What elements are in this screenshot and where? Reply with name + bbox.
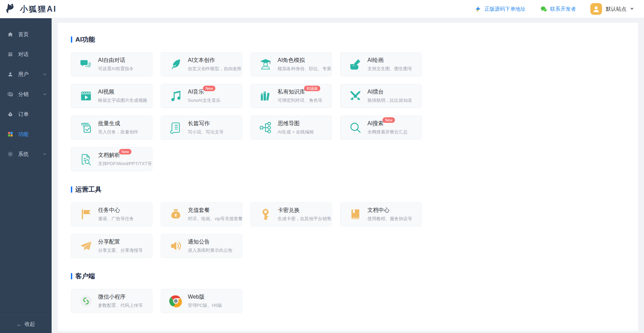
chevron-down-icon	[630, 8, 634, 10]
feature-card-announcement[interactable]: 通知公告进入系统时展示此公告	[161, 234, 242, 258]
section-title: 运营工具	[71, 185, 624, 194]
section-ops-tools: 运营工具任务中心邀请、广告等任务¥充值套餐对话、绘画、vip等充值套餐卡密兑换生…	[71, 185, 624, 258]
card-desc: 管理PC版、H5版	[188, 302, 222, 309]
card-title: AI视频	[98, 88, 114, 96]
feature-card-card-redeem[interactable]: 卡密兑换生成卡密，在其他平台销售	[250, 202, 332, 226]
link-contact-developer[interactable]: 联系开发者	[540, 6, 576, 13]
feature-card-long-writing[interactable]: 长篇写作写小说、写论文等	[161, 116, 242, 140]
magnifier-icon	[349, 121, 362, 134]
feature-card-recharge-packages[interactable]: ¥充值套餐对话、绘画、vip等充值套餐	[161, 202, 242, 226]
sections: AI功能AI自由对话可设置AI前置指令AI文本创作自定义创作模型，自由发挥AI角…	[71, 35, 624, 313]
chrome-web-icon	[169, 294, 182, 308]
feature-card-task-center[interactable]: 任务中心邀请、广告等任务	[71, 202, 152, 226]
key-icon	[259, 208, 272, 221]
feature-card-ai-music[interactable]: AI音乐NewSunoAI文生音乐	[161, 84, 242, 108]
card-desc: 导入任务，批量创作	[98, 129, 138, 135]
card-text: AI音乐NewSunoAI文生音乐	[188, 88, 221, 104]
fox-logo-icon	[4, 2, 17, 15]
sidebar-item-chat[interactable]: 对话	[0, 44, 52, 64]
collapse-sidebar-button[interactable]: ← 收起	[0, 315, 52, 333]
section-title-bar	[71, 273, 72, 279]
card-desc: 支持PDF/Word/PPT/TXT等	[98, 161, 148, 167]
gear-icon	[7, 151, 13, 157]
feature-card-ai-text-creation[interactable]: AI文本创作自定义创作模型，自由发挥	[161, 52, 242, 76]
speaker-icon	[169, 239, 182, 253]
card-desc: SunoAI文生音乐	[188, 97, 221, 104]
feature-card-knowledge-base[interactable]: 私有知识库初级版可绑定到对话、角色等	[250, 84, 332, 108]
feature-card-doc-parse[interactable]: 文档解析New支持PDF/Word/PPT/TXT等	[71, 147, 152, 171]
distribution-icon	[7, 91, 13, 97]
sidebar-item-orders[interactable]: 订单	[0, 104, 52, 124]
section-clients: 客户端微信小程序参数配置、代码上传等Web版管理PC版、H5版	[71, 272, 624, 313]
paper-plane-icon	[79, 239, 93, 253]
link-label: 正版源码下单地址	[484, 6, 526, 12]
feature-card-web-version[interactable]: Web版管理PC版、H5版	[161, 289, 242, 313]
section-title: 客户端	[71, 272, 624, 281]
batch-check-icon	[79, 121, 93, 134]
card-text: 通知公告进入系统时展示此公告	[188, 238, 233, 254]
sidebar-menu: 首页对话用户分销订单功能系统	[0, 18, 52, 164]
card-text: 微信小程序参数配置、代码上传等	[98, 293, 143, 309]
scroll-doc-icon	[169, 121, 182, 134]
card-title: 充值套餐	[188, 207, 210, 214]
paint-brush-icon	[349, 58, 362, 71]
card-desc: 邀请、广告等任务	[98, 216, 134, 222]
card-title: 批量生成	[98, 120, 120, 127]
sidebar-item-distribution[interactable]: 分销	[0, 84, 52, 104]
card-text: AI擂台孰强孰弱，比比就知道	[367, 88, 412, 104]
feature-card-ai-search[interactable]: AI搜索New全网搜索并整合汇总	[340, 116, 422, 140]
feature-card-mind-map[interactable]: 思维导图AI生成 + 在线编辑	[250, 116, 332, 140]
card-text: 批量生成导入任务，批量创作	[98, 120, 138, 135]
sidebar-item-system[interactable]: 系统	[0, 144, 52, 164]
sidebar-item-label: 对话	[18, 51, 47, 58]
card-title: AI擂台	[367, 88, 384, 96]
feature-card-batch-generate[interactable]: 批量生成导入任务，批量创作	[71, 116, 152, 140]
card-text: 私有知识库初级版可绑定到对话、角色等	[278, 88, 322, 104]
sidebar-item-label: 订单	[18, 111, 47, 118]
card-title: 分享配置	[98, 238, 120, 246]
card-title: 文档解析	[98, 152, 120, 159]
sidebar-item-features[interactable]: 功能	[0, 124, 52, 144]
moneybag-small-icon	[7, 111, 13, 117]
card-text: 任务中心邀请、广告等任务	[98, 207, 134, 222]
feature-card-ai-free-chat[interactable]: AI自由对话可设置AI前置指令	[71, 52, 152, 76]
svg-text:¥: ¥	[175, 213, 177, 218]
card-title: AI自由对话	[98, 57, 125, 64]
card-title: AI绘画	[367, 57, 384, 64]
section-ai-features: AI功能AI自由对话可设置AI前置指令AI文本创作自定义创作模型，自由发挥AI角…	[71, 35, 624, 171]
card-title: AI音乐	[188, 88, 204, 96]
card-desc: 使用教程、服务协议等	[367, 216, 412, 222]
sidebar-item-users[interactable]: 用户	[0, 64, 52, 84]
card-title: Web版	[188, 293, 205, 301]
card-text: 文档解析New支持PDF/Word/PPT/TXT等	[98, 152, 148, 167]
link-label: 联系开发者	[550, 6, 576, 12]
card-text: 思维导图AI生成 + 在线编辑	[278, 120, 314, 135]
features-grid-icon	[7, 131, 13, 137]
sidebar-item-label: 系统	[18, 151, 43, 158]
feature-card-ai-painting[interactable]: AI绘画支持文生图、图生图等	[340, 52, 422, 76]
section-title-text: 运营工具	[75, 185, 101, 194]
link-source-order[interactable]: 正版源码下单地址	[474, 6, 526, 13]
site-switcher[interactable]: 默认站点	[590, 3, 634, 15]
sidebar-item-home[interactable]: 首页	[0, 24, 52, 44]
music-note-icon	[169, 89, 182, 103]
card-desc: 分享文案、分享海报等	[98, 247, 143, 254]
card-desc: 生成卡密，在其他平台销售	[278, 216, 328, 222]
feature-card-wechat-miniprogram[interactable]: 微信小程序参数配置、代码上传等	[71, 289, 152, 313]
sidebar-item-label: 首页	[18, 31, 47, 38]
feature-card-ai-video[interactable]: AI视频根据文字或图片生成视频	[71, 84, 152, 108]
section-title-text: AI功能	[75, 35, 95, 44]
feature-card-ai-role-play[interactable]: AI角色模拟模拟各种身份、职位、专家	[250, 52, 332, 76]
sidebar-item-label: 用户	[18, 71, 43, 78]
book-icon	[349, 208, 362, 221]
card-desc: 全网搜索并整合汇总	[367, 129, 408, 135]
card-text: AI自由对话可设置AI前置指令	[98, 57, 133, 72]
section-title-bar	[71, 186, 72, 193]
feature-card-doc-center[interactable]: 文档中心使用教程、服务协议等	[340, 202, 422, 226]
user-icon	[7, 71, 13, 77]
wechat-mini-icon	[79, 294, 93, 308]
content-panel: AI功能AI自由对话可设置AI前置指令AI文本创作自定义创作模型，自由发挥AI角…	[58, 23, 638, 331]
feature-card-share-config[interactable]: 分享配置分享文案、分享海报等	[71, 234, 152, 258]
card-title: 任务中心	[98, 207, 120, 214]
feature-card-ai-arena[interactable]: AI擂台孰强孰弱，比比就知道	[340, 84, 422, 108]
